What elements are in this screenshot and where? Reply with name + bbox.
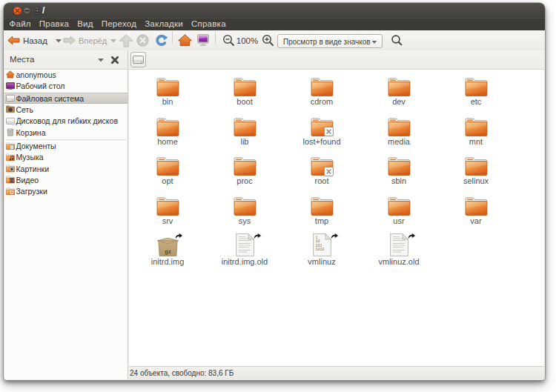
svg-text:gz: gz	[165, 248, 171, 255]
svg-text:1010: 1010	[315, 248, 324, 252]
